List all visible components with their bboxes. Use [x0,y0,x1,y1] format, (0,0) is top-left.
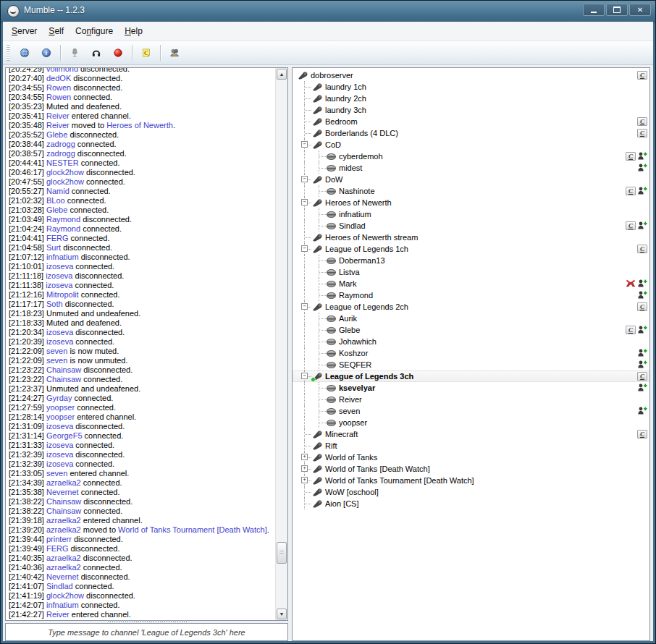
expand-icon[interactable]: + [301,454,308,460]
user-infnatium[interactable]: infnatium [293,208,649,220]
user-sindlad[interactable]: SindladC [293,220,649,232]
log-user-link[interactable]: izoseva [46,459,73,468]
menu-help[interactable]: Help [119,23,148,39]
log-user-link[interactable]: izoseva [46,422,73,431]
comment-badge-icon[interactable]: C [637,372,647,381]
user-listva[interactable]: Listva [293,266,649,278]
collapse-icon[interactable]: − [301,176,308,182]
deafen-headphones-button[interactable] [85,43,107,63]
log-user-link[interactable]: azraelka2 [46,525,81,534]
channel-world-of-tanks-tournament-death-watch[interactable]: +World of Tanks Tournament [Death Watch] [293,475,649,486]
log-panel[interactable]: [20:24:29] vollmond disconnected.[20:27:… [5,67,288,621]
log-user-link[interactable]: azraelka2 [46,516,81,525]
channel-laundry-3ch[interactable]: laundry 3ch [293,104,649,116]
log-user-link[interactable]: azraelka2 [46,478,81,487]
comment-badge-icon[interactable]: C [637,302,647,311]
channel-wow-oschool[interactable]: WoW [oschool] [293,486,649,498]
comment-badge-icon[interactable]: C [637,430,647,438]
log-user-link[interactable]: Rowen [46,93,71,101]
comment-badge-icon[interactable]: C [637,117,647,126]
comment-badge-icon[interactable]: C [626,187,636,195]
log-user-link[interactable]: glock2how [46,177,84,186]
log-user-link[interactable]: izoseva [46,262,73,271]
record-button[interactable] [107,43,129,63]
comment-badge-icon[interactable]: C [626,326,636,334]
chat-message-input[interactable] [5,623,288,641]
channel-heroes-of-newerth[interactable]: −Heroes of Newerth [293,197,649,208]
channel-cod[interactable]: −CoD [293,139,649,151]
channel-borderlands-4-dlc[interactable]: Borderlands (4 DLC)C [293,127,649,139]
log-user-link[interactable]: yoopser [46,412,75,421]
log-user-link[interactable]: vollmond [46,67,78,73]
comment-badge-icon[interactable]: C [637,71,647,80]
log-user-link[interactable]: Chainsaw [46,497,81,506]
log-user-link[interactable]: izoseva [46,450,73,459]
log-user-link[interactable]: azraelka2 [46,554,81,562]
collapse-icon[interactable]: − [301,199,308,206]
log-user-link[interactable]: FERG [46,544,69,553]
channel-world-of-tanks-death-watch[interactable]: +World of Tanks [Death Watch] [293,463,649,475]
user-midest[interactable]: midest [293,162,649,174]
comment-button[interactable]: C [135,43,157,63]
log-user-link[interactable]: seven [46,469,67,478]
log-channel-link[interactable]: Heroes of Newerth [106,121,173,130]
toolbar-grip[interactable] [7,45,10,61]
log-scrollbar[interactable]: ▲ ▼ [275,68,287,620]
log-user-link[interactable]: Chainsaw [46,365,81,374]
user-aurik[interactable]: Aurik [293,313,649,324]
log-user-link[interactable]: glock2how [46,168,84,177]
log-user-link[interactable]: Glebe [46,206,67,214]
server-information-button[interactable]: i [35,43,57,63]
user-koshzor[interactable]: Koshzor [293,347,649,359]
channel-world-of-tanks[interactable]: +World of Tanks [293,452,649,463]
close-button[interactable]: ✕ [629,4,651,16]
log-user-link[interactable]: Rowen [46,83,71,92]
scroll-up-button[interactable]: ▲ [277,69,287,80]
comment-badge-icon[interactable]: C [626,221,636,230]
collapse-icon[interactable]: − [301,245,308,252]
scrollbar-thumb[interactable] [277,542,287,564]
log-user-link[interactable]: azraelka2 [46,563,81,572]
log-user-link[interactable]: Raymond [46,224,80,233]
log-user-link[interactable]: NESTER [46,158,79,167]
channel-tree-panel[interactable]: dobroserverClaundry 1chlaundry 2chlaundr… [292,67,650,641]
channel-laundry-2ch[interactable]: laundry 2ch [293,93,649,104]
channel-rift[interactable]: Rift [293,440,649,452]
log-user-link[interactable]: seven [46,356,67,365]
channel-league-of-legends-3ch[interactable]: −League of Legends 3chC [293,370,649,382]
log-user-link[interactable]: Surt [46,243,61,252]
user-nashinote[interactable]: NashinoteC [293,185,649,197]
log-user-link[interactable]: Chainsaw [46,375,81,384]
collapse-icon[interactable]: − [301,141,308,148]
comment-badge-icon[interactable]: C [637,245,647,253]
connect-server-button[interactable] [14,43,35,63]
log-user-link[interactable]: infnatium [46,601,79,609]
user-johawhich[interactable]: Johawhich [293,336,649,347]
comment-badge-icon[interactable]: C [626,152,636,161]
channel-dobroserver[interactable]: dobroserverC [293,69,649,81]
log-user-link[interactable]: dedOK [46,74,71,82]
log-user-link[interactable]: zadrogg [46,149,75,158]
user-reiver[interactable]: Reiver [293,394,649,405]
channel-league-of-legends-1ch[interactable]: −League of Legends 1chC [293,243,649,255]
channel-laundry-1ch[interactable]: laundry 1ch [293,81,649,93]
log-user-link[interactable]: FERG [46,234,69,242]
channel-bedroom[interactable]: BedroomC [293,116,649,127]
log-user-link[interactable]: Sindlad [46,582,73,590]
maximize-button[interactable] [606,4,628,16]
log-user-link[interactable]: Gyrday [46,394,72,402]
log-user-link[interactable]: izoseva [46,271,72,280]
titlebar[interactable]: Mumble -- 1.2.3 ✕ [1,1,655,22]
user-seqfer[interactable]: SEQFER [293,359,649,370]
channel-aion-cs[interactable]: Aion [CS] [293,498,649,509]
log-user-link[interactable]: Reiver [46,121,70,130]
channel-league-of-legends-2ch[interactable]: −League of Legends 2chC [293,301,649,313]
log-user-link[interactable]: izoseva [46,328,73,336]
log-user-link[interactable]: printerr [46,535,72,543]
channel-heroes-of-newerth-stream[interactable]: Heroes of Newerth stream [293,232,649,243]
audio-wizard-users-button[interactable] [164,43,185,63]
log-user-link[interactable]: zadrogg [46,140,75,148]
user-glebe[interactable]: GlebeC [293,324,649,336]
minimize-button[interactable] [583,4,605,16]
log-user-link[interactable]: Namid [46,187,70,195]
